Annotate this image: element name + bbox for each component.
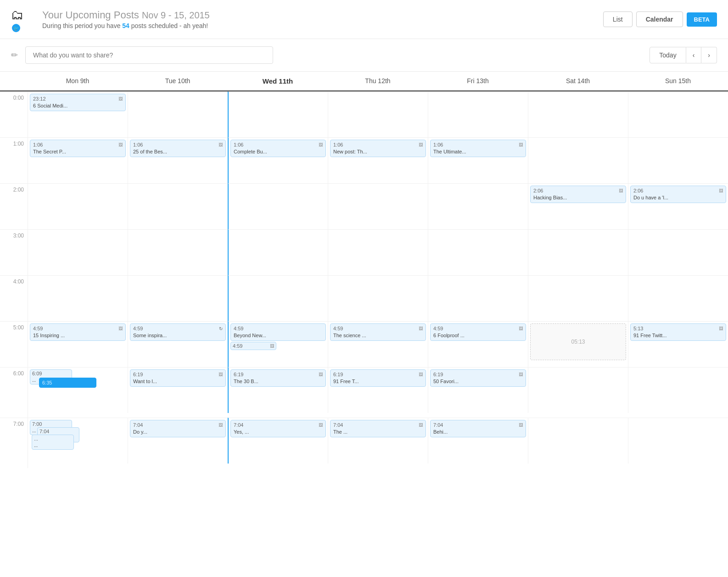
post-time: ... <box>34 436 72 441</box>
cell-fri-5: 4:59 🖼 6 Foolproof ... <box>428 321 528 367</box>
today-button[interactable]: Today <box>650 47 686 63</box>
post-card[interactable]: 1:06 🖼 25 of the Bes... <box>130 140 226 157</box>
image-icon: 🖼 <box>719 326 723 331</box>
day-header-thu: Thu 12th <box>328 72 428 91</box>
post-title: 6 Social Medi... <box>33 102 123 109</box>
header-title-area: Your Upcoming Posts Nov 9 - 15, 2015 Dur… <box>42 9 603 29</box>
post-card[interactable]: 1:06 🖼 New post: Th... <box>330 140 426 157</box>
hour-row-3: 3:00 <box>0 229 728 275</box>
next-week-button[interactable]: › <box>701 47 717 63</box>
hour-row-7: 7:00 7:00 ... 7:04 ... ... ... <box>0 418 728 468</box>
post-card[interactable]: 6:19 🖼 Want to l... <box>130 369 226 387</box>
post-card[interactable]: 1:06 🖼 Complete Bu... <box>230 140 326 157</box>
post-title: Do u have a 'l... <box>633 194 723 201</box>
post-time: 4:59 🖼 <box>233 343 274 349</box>
post-time: 4:59 🖼 <box>433 326 523 331</box>
post-card[interactable]: 7:04 🖼 Behi... <box>430 420 526 437</box>
image-icon: 🖼 <box>218 423 223 427</box>
cell-fri-4 <box>428 275 528 321</box>
cell-sun-0 <box>628 91 728 137</box>
cell-fri-2 <box>428 183 528 229</box>
cell-mon-7: 7:00 ... 7:04 ... ... ... <box>28 418 128 468</box>
cell-wed-4 <box>228 275 328 321</box>
post-title: The Secret P... <box>33 148 123 155</box>
post-time: 2:06 🖼 <box>633 188 723 193</box>
post-card[interactable]: ... ... <box>32 435 74 450</box>
toolbar: ✏ Today ‹ › <box>0 39 728 72</box>
cell-mon-3 <box>28 229 128 275</box>
hour-row-5: 5:00 4:59 🖼 15 Inspiring ... 4:59 ↻ Some… <box>0 321 728 367</box>
cell-sat-1 <box>528 137 628 183</box>
page-title: Your Upcoming Posts Nov 9 - 15, 2015 <box>42 9 603 21</box>
post-title: 50 Favori... <box>433 378 523 385</box>
view-toggle: List Calendar BETA <box>603 11 717 27</box>
post-card[interactable]: 1:06 🖼 The Secret P... <box>30 140 126 157</box>
post-card[interactable]: 4:59 Beyond New... <box>230 323 326 341</box>
post-card[interactable]: 4:59 🖼 15 Inspiring ... <box>30 323 126 341</box>
stacked-area: 6:09 ... 6:35 <box>30 369 126 416</box>
post-card[interactable]: 6:19 🖼 91 Free T... <box>330 369 426 387</box>
image-icon: 🖼 <box>419 423 423 427</box>
post-title: The Ultimate... <box>433 148 523 155</box>
post-card[interactable]: 7:04 🖼 Yes, ... <box>230 420 326 437</box>
post-time: 7:04 🖼 <box>133 422 223 428</box>
post-time: 2:06 🖼 <box>533 188 623 193</box>
image-icon: 🖼 <box>419 326 423 331</box>
time-label-6: 6:00 <box>0 367 28 413</box>
post-card[interactable]: 1:06 🖼 The Ultimate... <box>430 140 526 157</box>
image-icon: 🖼 <box>319 423 323 427</box>
cell-thu-6: 6:19 🖼 91 Free T... <box>328 367 428 413</box>
time-label-0: 0:00 <box>0 91 28 137</box>
post-title: Behi... <box>433 429 523 435</box>
post-card[interactable]: 6:19 🖼 50 Favori... <box>430 369 526 387</box>
stacked-7: 7:00 ... 7:04 ... ... ... <box>30 420 126 435</box>
cell-tue-2 <box>128 183 228 229</box>
post-count: 54 <box>122 22 129 29</box>
image-icon: 🖼 <box>419 142 423 147</box>
cell-thu-4 <box>328 275 428 321</box>
placeholder-time: 05:13 <box>571 339 585 345</box>
cell-tue-6: 6:19 🖼 Want to l... <box>128 367 228 413</box>
day-header-fri: Fri 13th <box>428 72 528 91</box>
post-card[interactable]: 4:59 🖼 The science ... <box>330 323 426 341</box>
cell-sat-5: 05:13 <box>528 321 628 367</box>
cell-tue-5: 4:59 ↻ Some inspira... <box>128 321 228 367</box>
post-time: 5:13 🖼 <box>633 326 723 331</box>
day-header-sat: Sat 14th <box>528 72 628 91</box>
post-card[interactable]: 4:59 🖼 6 Foolproof ... <box>430 323 526 341</box>
cell-sun-3 <box>628 229 728 275</box>
post-card[interactable]: 7:04 🖼 The ... <box>330 420 426 437</box>
post-time: 1:06 🖼 <box>333 142 423 147</box>
post-time: 1:06 🖼 <box>433 142 523 147</box>
cell-sat-7 <box>528 418 628 464</box>
cell-sun-4 <box>628 275 728 321</box>
post-card[interactable]: 5:13 🖼 91 Free Twitt... <box>630 323 726 341</box>
calendar-view-button[interactable]: Calendar <box>636 11 683 27</box>
prev-week-button[interactable]: ‹ <box>686 47 702 63</box>
list-view-button[interactable]: List <box>603 11 633 27</box>
cell-mon-6: 6:09 ... 6:35 <box>28 367 128 418</box>
post-card[interactable]: 6:19 🖼 The 30 B... <box>230 369 326 387</box>
post-card[interactable]: 23:12 🖼 6 Social Medi... <box>30 94 126 111</box>
cell-sat-6 <box>528 367 628 413</box>
post-title: Hacking Bias... <box>533 194 623 201</box>
day-header-tue: Tue 10th <box>128 72 228 91</box>
post-time: 7:04 <box>39 429 77 434</box>
cell-thu-3 <box>328 229 428 275</box>
image-icon: 🖼 <box>519 372 523 377</box>
post-card[interactable]: 4:59 🖼 <box>230 342 276 350</box>
cell-thu-1: 1:06 🖼 New post: Th... <box>328 137 428 183</box>
cell-thu-5: 4:59 🖼 The science ... <box>328 321 428 367</box>
beta-button[interactable]: BETA <box>687 12 717 27</box>
time-label-7: 7:00 <box>0 418 28 464</box>
post-card[interactable]: 4:59 ↻ Some inspira... <box>130 323 226 341</box>
logo: 🗂 🐦 <box>11 7 35 31</box>
cell-wed-1: 1:06 🖼 Complete Bu... <box>228 137 328 183</box>
post-card[interactable]: 7:04 🖼 Do y... <box>130 420 226 437</box>
post-card[interactable]: 2:06 🖼 Do u have a 'l... <box>630 186 726 203</box>
cell-thu-7: 7:04 🖼 The ... <box>328 418 428 464</box>
compose-input[interactable] <box>25 46 273 64</box>
post-card-active[interactable]: 6:35 <box>39 378 96 388</box>
cell-sat-4 <box>528 275 628 321</box>
post-card[interactable]: 2:06 🖼 Hacking Bias... <box>530 186 626 203</box>
